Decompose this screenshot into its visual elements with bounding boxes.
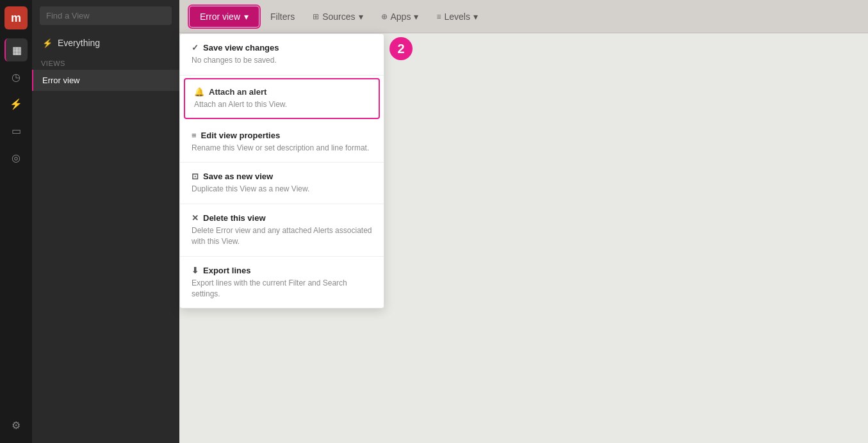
error-view-label: Error view <box>200 12 240 22</box>
list-icon: ≡ <box>192 131 197 140</box>
dropdown-menu: ✓ Save view changes No changes to be sav… <box>179 33 384 309</box>
topbar: Error view ▾ Filters ⊞ Sources ▾ ⊕ Apps … <box>179 0 868 33</box>
sources-arrow-icon: ▾ <box>359 12 363 22</box>
save-new-desc: Duplicate this View as a new View. <box>192 184 372 195</box>
delete-desc: Delete Error view and any attached Alert… <box>192 225 372 247</box>
levels-icon: ≡ <box>436 12 441 21</box>
attach-alert-desc: Attach an Alert to this View. <box>194 99 370 110</box>
filters-button[interactable]: Filters <box>264 8 301 26</box>
close-icon: ✕ <box>192 213 199 223</box>
item-title-attach: 🔔 Attach an alert <box>194 87 370 97</box>
export-desc: Export lines with the current Filter and… <box>192 278 372 300</box>
views-sidebar: ⚡ Everything Views Error view <box>32 0 179 443</box>
apps-icon: ⊕ <box>381 12 388 21</box>
levels-arrow-icon: ▾ <box>473 12 478 22</box>
item-title-save-new: ⊡ Save as new view <box>192 172 372 181</box>
sources-button[interactable]: ⊞ Sources ▾ <box>306 8 369 26</box>
levels-button[interactable]: ≡ Levels ▾ <box>430 8 484 26</box>
bell-icon: 🔔 <box>194 87 204 97</box>
save-view-title: Save view changes <box>203 43 279 52</box>
sources-icon: ⊞ <box>313 12 319 21</box>
dropdown-item-delete[interactable]: ✕ Delete this view Delete Error view and… <box>180 204 384 257</box>
icon-sidebar: m ▦ ◷ ⚡ ▭ ◎ ⚙ <box>0 0 32 443</box>
duplicate-icon: ⊡ <box>192 172 199 181</box>
nav-icon-dashboard[interactable]: ▦ <box>4 38 28 61</box>
app-logo: m <box>4 6 28 29</box>
dropdown-item-edit-view[interactable]: ≡ Edit view properties Rename this View … <box>180 122 384 163</box>
error-view-button[interactable]: Error view ▾ <box>190 6 259 27</box>
everything-link[interactable]: ⚡ Everything <box>32 31 179 54</box>
nav-icon-history[interactable]: ◷ <box>4 65 28 88</box>
search-input[interactable] <box>40 6 172 25</box>
sources-label: Sources <box>322 12 355 22</box>
apps-button[interactable]: ⊕ Apps ▾ <box>375 8 425 26</box>
nav-icon-pulse[interactable]: ⚡ <box>4 92 28 115</box>
checkmark-icon: ✓ <box>192 43 199 52</box>
search-box <box>32 0 179 31</box>
main-area: Error view ▾ Filters ⊞ Sources ▾ ⊕ Apps … <box>179 0 868 443</box>
everything-label: Everything <box>58 38 100 48</box>
dropdown-item-export[interactable]: ⬇ Export lines Export lines with the cur… <box>180 257 384 309</box>
view-item-label: Error view <box>42 76 80 85</box>
nav-icon-settings[interactable]: ⚙ <box>4 414 28 437</box>
views-section-label: Views <box>32 54 179 70</box>
item-title-delete: ✕ Delete this view <box>192 213 372 223</box>
export-title: Export lines <box>203 266 250 275</box>
download-icon: ⬇ <box>192 266 199 275</box>
save-view-desc: No changes to be saved. <box>192 55 372 66</box>
edit-view-desc: Rename this View or set description and … <box>192 143 372 154</box>
levels-label: Levels <box>444 12 470 22</box>
edit-view-title: Edit view properties <box>201 131 281 140</box>
apps-label: Apps <box>391 12 411 22</box>
attach-alert-title: Attach an alert <box>209 87 266 97</box>
item-title-save: ✓ Save view changes <box>192 43 372 52</box>
item-title-edit: ≡ Edit view properties <box>192 131 372 140</box>
dropdown-item-save-new[interactable]: ⊡ Save as new view Duplicate this View a… <box>180 163 384 204</box>
dropdown-item-save-view-changes[interactable]: ✓ Save view changes No changes to be sav… <box>180 34 384 76</box>
view-item-error-view[interactable]: Error view <box>32 70 179 91</box>
dropdown-item-attach-alert[interactable]: 🔔 Attach an alert Attach an Alert to thi… <box>184 78 380 119</box>
dropdown-arrow-icon: ▾ <box>244 12 249 22</box>
item-title-export: ⬇ Export lines <box>192 266 372 275</box>
apps-arrow-icon: ▾ <box>414 12 418 22</box>
bolt-icon: ⚡ <box>42 38 53 48</box>
nav-icon-speed[interactable]: ◎ <box>4 146 28 169</box>
nav-icon-monitor[interactable]: ▭ <box>4 119 28 142</box>
delete-title: Delete this view <box>203 213 266 223</box>
save-new-title: Save as new view <box>203 172 273 181</box>
